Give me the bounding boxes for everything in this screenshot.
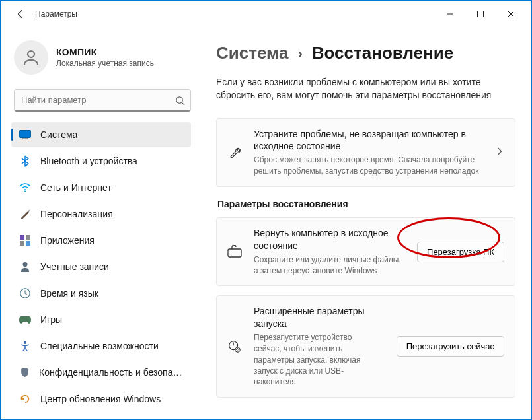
nav-label: Персонализация (40, 209, 113, 219)
nav-item-personalization[interactable]: Персонализация (11, 201, 191, 227)
svg-rect-13 (228, 249, 241, 257)
svg-rect-6 (20, 235, 24, 240)
intro-text: Если у вас возникли проблемы с компьютер… (216, 75, 513, 102)
troubleshoot-card[interactable]: Устраните проблемы, не возвращая компьют… (216, 118, 515, 187)
nav-label: Система (40, 129, 77, 140)
svg-point-1 (28, 51, 34, 57)
reset-icon (226, 243, 243, 260)
nav-item-bluetooth[interactable]: Bluetooth и устройства (11, 149, 191, 174)
svg-point-10 (23, 262, 28, 267)
person-icon (21, 48, 41, 67)
user-name: КОМПИК (56, 47, 154, 57)
nav-item-gaming[interactable]: Игры (11, 307, 191, 332)
card-title: Расширенные параметры запуска (254, 305, 379, 330)
apps-icon (19, 234, 31, 246)
back-button[interactable] (11, 5, 30, 23)
maximize-button[interactable] (465, 3, 496, 24)
breadcrumb-parent[interactable]: Система (216, 43, 288, 63)
svg-rect-7 (26, 235, 30, 240)
card-subtitle: Сохраните или удалите личные файлы, а за… (254, 254, 406, 277)
power-gear-icon (226, 338, 243, 355)
search-button[interactable] (172, 93, 187, 108)
svg-rect-9 (26, 241, 30, 246)
svg-point-5 (24, 191, 26, 192)
nav-item-windows-update[interactable]: Центр обновления Windows (11, 386, 191, 411)
section-heading: Параметры восстановления (217, 199, 515, 209)
accessibility-icon (19, 340, 31, 352)
system-icon (19, 129, 31, 141)
search-icon (175, 96, 185, 106)
breadcrumb-current: Восстановление (312, 43, 453, 63)
nav-label: Сеть и Интернет (40, 182, 112, 193)
reset-pc-card: Вернуть компьютер в исходное состояние С… (216, 217, 515, 286)
minimize-icon (447, 11, 453, 17)
clock-globe-icon (19, 287, 31, 299)
nav-item-apps[interactable]: Приложения (11, 228, 191, 253)
minimize-button[interactable] (435, 3, 465, 24)
avatar (14, 40, 48, 75)
svg-rect-8 (20, 241, 24, 246)
svg-point-2 (176, 96, 182, 102)
advanced-startup-card: Расширенные параметры запуска Перезапуст… (216, 295, 515, 398)
nav-label: Специальные возможности (40, 341, 159, 351)
arrow-left-icon (16, 9, 25, 18)
nav-label: Центр обновления Windows (40, 394, 161, 404)
bluetooth-icon (19, 155, 31, 167)
update-icon (19, 393, 31, 405)
nav-item-accounts[interactable]: Учетные записи (11, 254, 191, 279)
nav-item-accessibility[interactable]: Специальные возможности (11, 333, 191, 359)
nav-label: Учетные записи (40, 262, 109, 272)
nav-label: Приложения (40, 235, 95, 246)
nav-label: Конфиденциальность и безопасность (39, 367, 184, 378)
user-account-type: Локальная учетная запись (56, 59, 154, 68)
chevron-right-icon (495, 147, 504, 158)
nav-item-privacy[interactable]: Конфиденциальность и безопасность (11, 360, 191, 385)
svg-point-12 (24, 341, 26, 344)
wrench-icon (226, 144, 243, 161)
maximize-icon (477, 11, 484, 17)
accounts-icon (19, 261, 31, 273)
wifi-icon (19, 182, 31, 193)
restart-now-button[interactable]: Перезагрузить сейчас (397, 336, 504, 357)
shield-icon (19, 367, 30, 378)
nav-label: Время и язык (40, 288, 98, 298)
svg-rect-0 (478, 11, 484, 17)
nav-item-system[interactable]: Система (11, 122, 191, 147)
nav-label: Игры (40, 314, 62, 325)
user-block[interactable]: КОМПИК Локальная учетная запись (11, 35, 194, 85)
card-subtitle: Сброс может занять некоторое время. Снач… (254, 155, 484, 177)
reset-pc-button[interactable]: Перезагрузка ПК (417, 242, 504, 262)
close-icon (508, 11, 514, 17)
paintbrush-icon (19, 208, 31, 220)
card-subtitle: Перезапустите устройство сейчас, чтобы и… (254, 332, 379, 388)
nav-label: Bluetooth и устройства (40, 156, 137, 166)
card-title: Устраните проблемы, не возвращая компьют… (254, 128, 484, 153)
gaming-icon (19, 314, 31, 326)
card-title: Вернуть компьютер в исходное состояние (254, 227, 406, 252)
chevron-right-icon: › (297, 46, 302, 63)
svg-rect-3 (20, 131, 31, 138)
svg-rect-4 (22, 139, 28, 140)
nav-item-time-language[interactable]: Время и язык (11, 281, 191, 306)
window-title: Параметры (35, 9, 77, 18)
search-input[interactable] (14, 89, 191, 112)
nav-item-network[interactable]: Сеть и Интернет (11, 175, 191, 200)
breadcrumb: Система › Восстановление (216, 43, 515, 63)
close-button[interactable] (496, 3, 526, 24)
